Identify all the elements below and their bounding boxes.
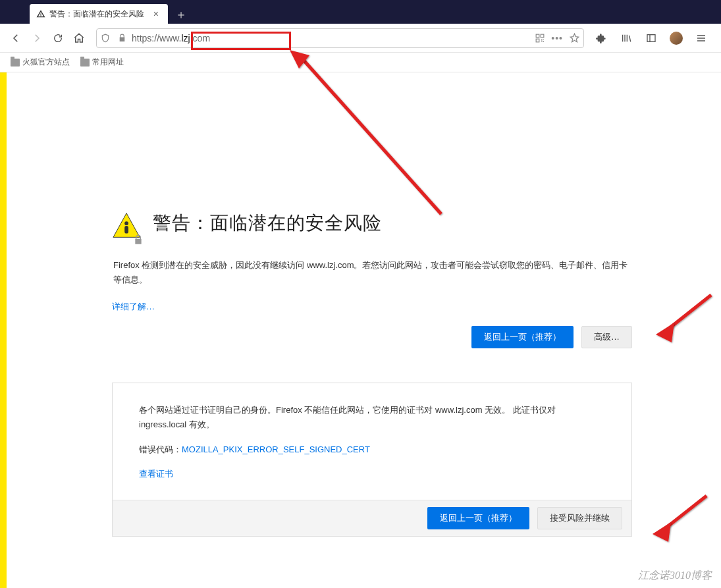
warning-triangle-icon [112,211,141,242]
go-back-button[interactable]: 返回上一页（推荐） [471,326,574,348]
library-icon[interactable] [617,29,635,47]
page-actions-icon[interactable]: ••• [551,33,563,43]
advanced-description: 各个网站通过证书证明自己的身份。Firefox 不能信任此网站，它使用的证书对 … [139,403,605,432]
advanced-button[interactable]: 高级… [581,326,632,348]
menu-icon[interactable] [692,29,710,47]
home-button[interactable] [70,29,88,47]
accept-risk-button[interactable]: 接受风险并继续 [537,507,622,529]
learn-more-link[interactable]: 详细了解… [112,302,155,311]
watermark: 江念诺3010博客 [638,569,712,583]
folder-icon [11,59,20,67]
url-bar[interactable]: https://www.lzj.com ••• [96,28,584,48]
back-button[interactable] [7,29,25,47]
left-accent-bar [0,72,7,588]
error-code: MOZILLA_PKIX_ERROR_SELF_SIGNED_CERT [182,444,370,454]
bookmark-star-icon[interactable] [570,33,579,43]
tab-bar: 警告：面临潜在的安全风险 × ＋ [0,0,721,24]
error-page: 警告：面临潜在的安全风险 Firefox 检测到潜在的安全威胁，因此没有继续访问… [7,72,721,588]
lock-icon[interactable] [114,34,130,42]
error-description: Firefox 检测到潜在的安全威胁，因此没有继续访问 www.lzj.com。… [112,258,632,287]
bookmarks-bar: 火狐官方站点 常用网址 [0,53,721,72]
svg-rect-10 [124,226,128,234]
folder-icon [80,59,90,67]
svg-rect-2 [536,39,539,42]
bookmark-label: 常用网址 [92,57,124,68]
sidebar-icon[interactable] [642,29,660,47]
tab-close-button[interactable]: × [151,9,161,19]
view-certificate-link[interactable]: 查看证书 [139,469,173,479]
url-text: https://www.lzj.com [130,33,531,43]
new-tab-button[interactable]: ＋ [172,5,190,24]
svg-rect-5 [541,41,542,41]
reload-button[interactable] [49,29,67,47]
forward-button[interactable] [28,29,46,47]
svg-rect-6 [543,41,544,42]
error-code-line: 错误代码：MOZILLA_PKIX_ERROR_SELF_SIGNED_CERT [139,442,605,457]
svg-point-9 [124,221,128,225]
svg-rect-4 [543,39,544,40]
bookmark-item-official[interactable]: 火狐官方站点 [11,57,70,68]
extension-icon[interactable] [592,29,610,47]
account-avatar[interactable] [667,29,685,47]
warning-icon [36,9,45,18]
qr-icon[interactable] [535,34,545,43]
bookmark-label: 火狐官方站点 [22,57,70,68]
go-back-button-2[interactable]: 返回上一页（推荐） [427,507,529,529]
svg-rect-7 [647,34,655,41]
advanced-panel: 各个网站通过证书证明自己的身份。Firefox 不能信任此网站，它使用的证书对 … [112,383,632,537]
tab-title: 警告：面临潜在的安全风险 [49,9,144,20]
browser-tab[interactable]: 警告：面临潜在的安全风险 × [30,4,168,24]
bookmark-item-common[interactable]: 常用网址 [80,57,124,68]
svg-rect-1 [541,34,544,38]
error-title: 警告：面临潜在的安全风险 [153,211,382,236]
toolbar: https://www.lzj.com ••• [0,24,721,53]
shield-icon[interactable] [97,34,114,43]
svg-rect-3 [541,39,543,40]
svg-rect-0 [536,34,539,38]
